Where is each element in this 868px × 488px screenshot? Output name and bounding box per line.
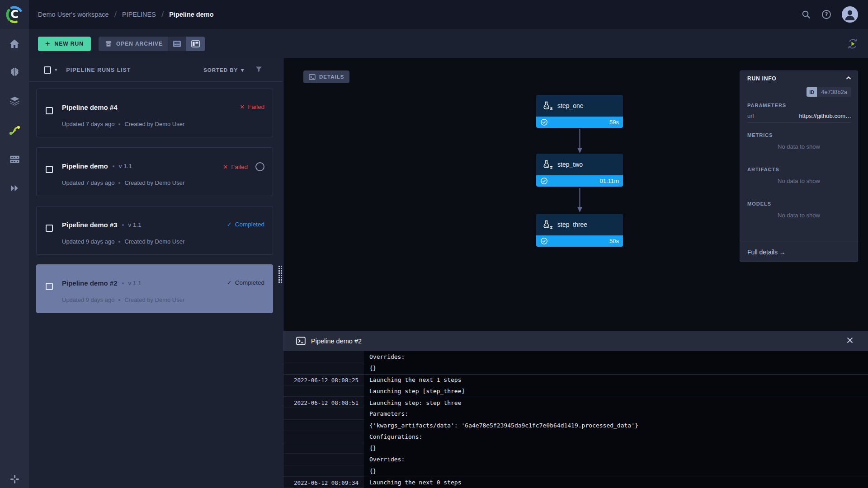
select-all-caret-icon[interactable]: ▾ — [55, 67, 57, 73]
panel-resize-handle[interactable] — [278, 266, 283, 283]
id-value: 4e738b2a — [817, 87, 851, 97]
log-row: Overrides: — [283, 454, 868, 465]
full-details-link[interactable]: Full details → — [740, 242, 858, 262]
sidebar-item-home[interactable] — [0, 34, 29, 54]
log-row: {'kwargs_artifacts/data': '6a4e78e5f2394… — [283, 420, 868, 431]
details-button[interactable]: DETAILS — [303, 70, 349, 83]
dot-separator — [118, 182, 120, 184]
split-view-button[interactable] — [186, 37, 205, 51]
sidebar-item-workers-queues[interactable] — [0, 149, 29, 169]
pipelines-icon — [8, 124, 21, 137]
parameter-row: url https://github.com… — [747, 113, 851, 119]
breadcrumb-workspace[interactable]: Demo User's workspace — [38, 11, 109, 18]
list-view-icon — [173, 40, 181, 47]
sidebar-item-slack[interactable] — [0, 469, 29, 488]
run-checkbox[interactable] — [46, 107, 53, 114]
log-row: {} — [283, 465, 868, 477]
parameters-heading: PARAMETERS — [747, 103, 786, 108]
pipeline-runs-panel: ▾ PIPELINE RUNS LIST SORTED BY ▾ Pipelin… — [29, 58, 283, 488]
breadcrumb-separator: / — [161, 9, 164, 19]
help-icon[interactable]: ? — [821, 9, 832, 20]
run-version: v 1.1 — [119, 163, 132, 169]
run-info-title: RUN INFO — [747, 75, 776, 82]
node-status-bar: 50s — [536, 235, 623, 247]
log-row: Overrides: — [283, 351, 868, 362]
sidebar — [0, 29, 29, 488]
artifacts-empty-text: No data to show — [740, 178, 858, 184]
completed-check-icon: ✓ — [227, 279, 232, 286]
sidebar-item-getting-started[interactable] — [0, 178, 29, 198]
artifacts-heading: ARTIFACTS — [747, 167, 779, 172]
breadcrumb-current: Pipeline demo — [169, 11, 213, 18]
run-updated: Updated 7 days ago — [62, 179, 114, 186]
log-row: {} — [283, 362, 868, 374]
run-checkbox[interactable] — [46, 225, 53, 232]
avatar[interactable] — [842, 6, 858, 23]
list-view-button[interactable] — [168, 37, 186, 51]
run-card-pipeline-demo[interactable]: Pipeline demo v 1.1 ✕ Failed Updated 7 d… — [36, 147, 273, 196]
completed-check-circle-icon — [540, 177, 548, 185]
auto-refresh-button[interactable] — [846, 38, 859, 52]
node-duration: 50s — [609, 238, 619, 244]
dot-separator — [118, 299, 120, 301]
collapse-chevron-up-icon[interactable] — [845, 75, 852, 84]
plus-icon: + — [45, 40, 51, 48]
models-empty-text: No data to show — [740, 212, 858, 219]
terminal-icon — [296, 337, 306, 345]
dag-node-step-three[interactable]: step_three 50s — [536, 214, 623, 247]
dag-node-step-one[interactable]: step_one 59s — [536, 95, 623, 128]
sidebar-item-datasets[interactable] — [0, 91, 29, 111]
archive-icon — [105, 40, 112, 47]
log-row: 2022-06-12 08:08:25Launching the next 1 … — [283, 374, 868, 385]
breadcrumb-separator: / — [114, 9, 117, 19]
filter-icon[interactable] — [255, 66, 262, 74]
node-label: step_three — [557, 221, 587, 228]
open-archive-button[interactable]: OPEN ARCHIVE — [99, 37, 169, 51]
sidebar-item-projects[interactable] — [0, 62, 29, 82]
run-checkbox[interactable] — [46, 166, 53, 173]
log-row: 2022-06-12 08:08:51Launching step: step_… — [283, 397, 868, 408]
run-updated: Updated 9 days ago — [62, 238, 114, 245]
close-icon[interactable] — [846, 337, 854, 346]
completed-check-circle-icon — [540, 118, 548, 126]
run-card-pipeline-demo-2[interactable]: Pipeline demo #2 v 1.1 ✓ Completed Updat… — [36, 264, 273, 313]
run-name: Pipeline demo #3 — [62, 221, 118, 229]
run-name: Pipeline demo #2 — [62, 279, 118, 287]
view-toggle-group — [168, 37, 205, 51]
divider — [747, 122, 850, 123]
workers-queues-icon — [9, 153, 21, 165]
console-title: Pipeline demo #2 — [311, 338, 362, 345]
log-row: {} — [283, 442, 868, 454]
id-label: ID — [807, 87, 817, 97]
clearml-logo[interactable]: C — [0, 0, 29, 29]
dot-separator — [118, 123, 120, 125]
svg-text:C: C — [10, 8, 19, 21]
status-badge: ✓ Completed — [227, 221, 264, 228]
dot-separator — [113, 165, 114, 167]
console-header: Pipeline demo #2 — [283, 331, 868, 351]
search-icon[interactable] — [801, 9, 811, 19]
new-run-button[interactable]: + NEW RUN — [38, 37, 91, 51]
run-name: Pipeline demo — [62, 162, 108, 170]
pipeline-dag-canvas[interactable]: DETAILS step_one 59s — [283, 58, 868, 331]
select-all-checkbox[interactable] — [44, 66, 51, 74]
node-label: step_one — [557, 102, 584, 109]
completed-check-circle-icon — [540, 237, 548, 245]
status-ring-icon[interactable] — [255, 162, 264, 171]
run-card-pipeline-demo-3[interactable]: Pipeline demo #3 v 1.1 ✓ Completed Updat… — [36, 206, 273, 255]
projects-brain-icon — [9, 66, 21, 78]
breadcrumb-pipelines[interactable]: PIPELINES — [122, 11, 156, 18]
run-created: Created by Demo User — [124, 121, 184, 127]
top-bar: C Demo User's workspace / PIPELINES / Pi… — [0, 0, 868, 29]
console-log[interactable]: Overrides: {} 2022-06-12 08:08:25Launchi… — [283, 351, 868, 488]
run-created: Created by Demo User — [124, 179, 184, 186]
dag-node-step-two[interactable]: step_two 01:11m — [536, 154, 623, 187]
clearml-logo-icon: C — [5, 5, 24, 24]
run-updated: Updated 9 days ago — [62, 296, 114, 303]
runs-list-title: PIPELINE RUNS LIST — [66, 67, 131, 73]
run-checkbox[interactable] — [46, 283, 53, 290]
run-card-pipeline-demo-4[interactable]: Pipeline demo #4 ✕ Failed Updated 7 days… — [36, 89, 273, 137]
sorted-by-button[interactable]: SORTED BY ▾ — [203, 67, 244, 73]
sidebar-item-pipelines[interactable] — [0, 120, 29, 140]
run-updated: Updated 7 days ago — [62, 121, 114, 127]
